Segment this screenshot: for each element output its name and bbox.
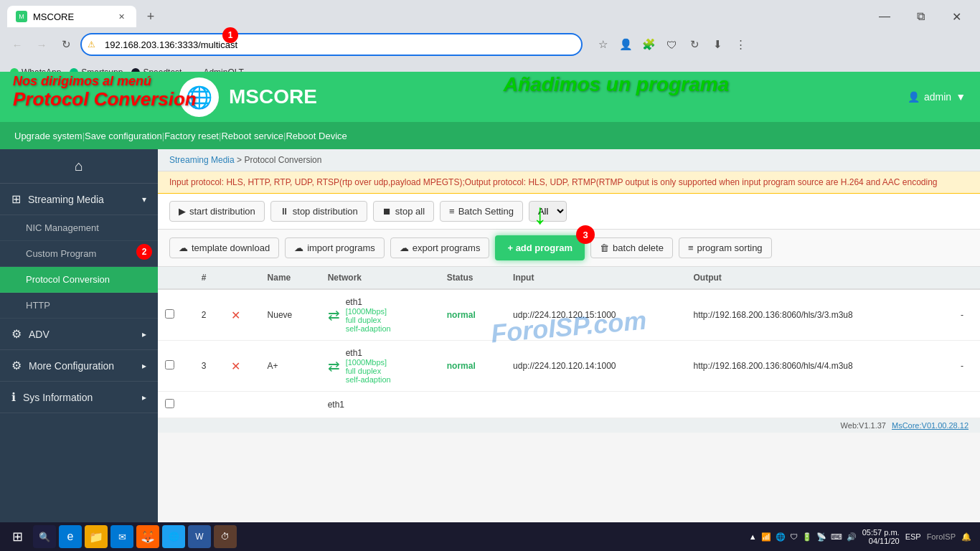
maximize-button[interactable]: ⧉: [904, 5, 937, 28]
tray-security-icon[interactable]: 🛡: [790, 532, 798, 541]
sidebar-item-protocol-conversion[interactable]: Protocol Conversion: [0, 267, 158, 293]
warning-bar: Input protocol: HLS, HTTP, RTP, UDP, RTS…: [158, 171, 980, 194]
browser-tab[interactable]: M MSCORE ✕: [7, 6, 136, 27]
row-num-2: 3: [194, 341, 224, 392]
refresh-icon[interactable]: ↻: [684, 34, 705, 55]
shield-icon[interactable]: 🛡: [661, 34, 682, 55]
filter-select[interactable]: All: [529, 201, 567, 222]
top-nav-upgrade[interactable]: Upgrade system: [14, 131, 83, 141]
batch-setting-button[interactable]: ≡ Batch Setting: [440, 201, 523, 222]
taskbar-notifications[interactable]: 🔔: [961, 532, 971, 542]
row-num-3: [194, 392, 224, 418]
mscore-version[interactable]: MsCore:V01.00.28.12: [892, 421, 969, 430]
sidebar-item-nic-management[interactable]: NIC Management: [0, 215, 158, 241]
extensions-icon[interactable]: 🧩: [639, 34, 659, 55]
taskbar-site: ForoISP: [927, 532, 956, 541]
row-input-2: udp://224.120.120.14:1000: [506, 341, 686, 392]
tray-wifi-icon[interactable]: 📡: [816, 532, 826, 542]
export-programs-button[interactable]: ☁ export programs: [390, 237, 490, 258]
new-tab-button[interactable]: +: [141, 6, 161, 27]
start-distribution-button[interactable]: ▶ start distribution: [169, 201, 265, 222]
import-programs-button[interactable]: ☁ import programs: [285, 237, 385, 258]
profile-icon[interactable]: 👤: [616, 34, 636, 55]
tray-volume-icon[interactable]: 🔊: [847, 532, 857, 542]
main-content: ⌂ ⊞ Streaming Media ▾ NIC Management Cus…: [0, 149, 980, 551]
tab-close-button[interactable]: ✕: [115, 10, 128, 23]
taskbar-icons: 🔍 e 📁 ✉ 🦊 🌐 W ⏱: [33, 525, 237, 548]
breadcrumb-streaming[interactable]: Streaming Media: [169, 155, 235, 165]
top-nav-save[interactable]: Save configuration: [85, 131, 162, 141]
sidebar: ⌂ ⊞ Streaming Media ▾ NIC Management Cus…: [0, 149, 158, 551]
window-controls: — ⧉ ✕: [868, 5, 973, 28]
browser-titlebar: M MSCORE ✕ + — ⧉ ✕: [0, 0, 980, 27]
sidebar-home-button[interactable]: ⌂: [0, 149, 158, 184]
bookmark-icon[interactable]: ☆: [593, 34, 613, 55]
stop-icon: ⏹: [382, 206, 392, 217]
taskbar-timer-icon[interactable]: ⏱: [214, 525, 237, 548]
start-button[interactable]: ⊞: [4, 524, 30, 550]
taskbar-files-icon[interactable]: 📁: [85, 525, 108, 548]
breadcrumb-protocol: Protocol Conversion: [244, 155, 321, 165]
row-mode2-2: self-adaption: [346, 375, 391, 384]
table-scroll: # Name Network Status Input Output: [158, 267, 980, 418]
badge-1: 1: [222, 27, 238, 43]
programs-table: # Name Network Status Input Output: [158, 267, 980, 418]
template-download-button[interactable]: ☁ template download: [169, 237, 279, 258]
chevron-right-icon-3: ▸: [142, 392, 146, 402]
row-speed-2: [1000Mbps]: [346, 358, 391, 367]
taskbar-search-icon[interactable]: 🔍: [33, 525, 56, 548]
top-nav-reboot-service[interactable]: Reboot service: [221, 131, 283, 141]
col-extra: [953, 267, 980, 289]
table-row: 3 ✕ A+ ⇄ eth1 [1000Mbps]: [158, 341, 980, 392]
back-button[interactable]: ←: [7, 34, 27, 55]
breadcrumb: Streaming Media > Protocol Conversion: [158, 149, 980, 171]
row-mode-2: full duplex: [346, 367, 391, 375]
row-delete-icon-1[interactable]: ✕: [231, 309, 240, 321]
reload-button[interactable]: ↻: [56, 34, 76, 55]
stop-distribution-button[interactable]: ⏸ stop distribution: [270, 201, 367, 222]
program-sorting-button[interactable]: ≡ program sorting: [679, 237, 772, 258]
browser-toolbar: ← → ↻ ⚠ 1 ☆ 👤 🧩 🛡 ↻ ⬇ ⋮: [0, 27, 980, 62]
tray-internet-icon[interactable]: 🌐: [776, 532, 786, 542]
forward-button[interactable]: →: [32, 34, 52, 55]
sidebar-item-streaming-media[interactable]: ⊞ Streaming Media ▾: [0, 184, 158, 215]
row-name-3: [260, 392, 321, 418]
sidebar-item-http[interactable]: HTTP: [0, 293, 158, 319]
table-row: eth1: [158, 392, 980, 418]
row-network-1: ⇄ eth1 [1000Mbps] full duplex self-adapt…: [321, 289, 440, 341]
sidebar-item-custom-program[interactable]: Custom Program 2: [0, 241, 158, 267]
tray-keyboard-icon[interactable]: ⌨: [831, 532, 842, 542]
tray-up-icon[interactable]: ▲: [749, 532, 757, 541]
row-delete-icon-2[interactable]: ✕: [231, 360, 240, 372]
chevron-right-icon: ▸: [142, 329, 146, 339]
row-checkbox-1[interactable]: [165, 309, 174, 319]
row-checkbox-2[interactable]: [165, 360, 174, 369]
taskbar-edge-icon[interactable]: e: [59, 525, 82, 548]
row-iface-2: eth1: [346, 348, 391, 358]
sidebar-item-adv[interactable]: ⚙ ADV ▸: [0, 319, 158, 350]
taskbar-date: 04/11/20: [862, 537, 900, 545]
minimize-button[interactable]: —: [868, 5, 901, 28]
tray-network-icon[interactable]: 📶: [761, 532, 771, 542]
taskbar-firefox-icon[interactable]: 🦊: [136, 525, 159, 548]
taskbar-app1-icon[interactable]: 🌐: [162, 525, 185, 548]
address-bar[interactable]: [80, 33, 583, 56]
close-button[interactable]: ✕: [940, 5, 973, 28]
row-name-1: Nueve: [260, 289, 321, 341]
taskbar-mail-icon[interactable]: ✉: [110, 525, 133, 548]
row-checkbox-3[interactable]: [165, 399, 174, 408]
download-icon[interactable]: ⬇: [707, 34, 727, 55]
stop-all-button[interactable]: ⏹ stop all: [373, 201, 434, 222]
tray-battery-icon[interactable]: 🔋: [802, 532, 812, 542]
batch-delete-button[interactable]: 🗑 batch delete: [590, 237, 673, 258]
sidebar-item-sys-information[interactable]: ℹ Sys Information ▸: [0, 382, 158, 413]
sidebar-item-more-config[interactable]: ⚙ More Configuration ▸: [0, 350, 158, 382]
chevron-down-icon: ▾: [142, 194, 146, 204]
top-nav-reboot-device[interactable]: Reboot Device: [286, 131, 347, 141]
sidebar-streaming-media-label: Streaming Media: [28, 194, 104, 205]
settings-icon[interactable]: ⋮: [730, 34, 750, 55]
taskbar-word-icon[interactable]: W: [188, 525, 211, 548]
top-nav-factory-reset[interactable]: Factory reset: [164, 131, 219, 141]
add-program-button[interactable]: + add program: [495, 235, 585, 260]
app-container: Nos dirigimos al menú Protocol Conversio…: [0, 72, 980, 551]
